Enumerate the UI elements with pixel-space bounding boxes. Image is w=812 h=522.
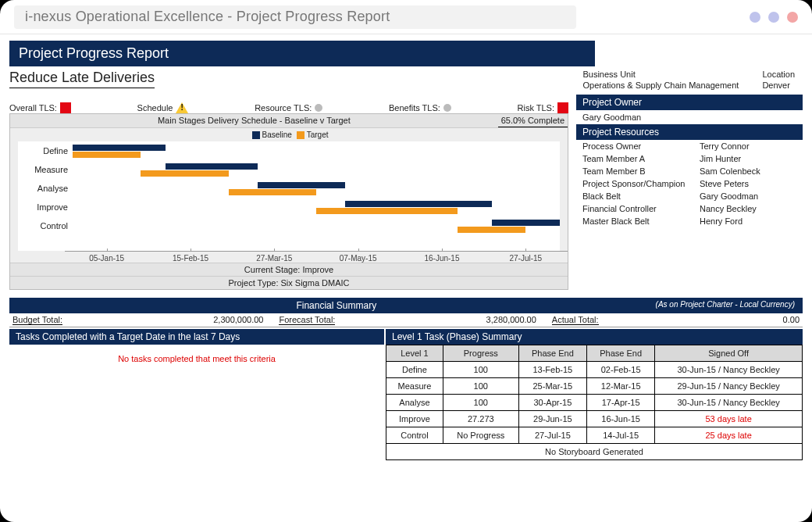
project-resources-header: Project Resources xyxy=(576,124,803,140)
budget-label: Budget Total: xyxy=(12,315,62,325)
phase-summary-table: Level 1ProgressPhase EndPhase EndSigned … xyxy=(386,345,803,460)
resource-role: Financial Controller xyxy=(582,204,700,213)
resource-row: Team Member AJim Hunter xyxy=(576,152,803,165)
overall-tls-label: Overall TLS: xyxy=(9,103,57,113)
business-unit-label: Business Unit xyxy=(582,70,739,80)
tasks-completed-header: Tasks Completed with a Target Date in th… xyxy=(9,329,384,345)
target-bar xyxy=(458,227,525,233)
financial-title: Financial Summary xyxy=(17,300,656,311)
resource-name: Sam Colenbeck xyxy=(700,166,760,176)
baseline-bar xyxy=(345,201,491,207)
legend-baseline-swatch xyxy=(252,131,260,139)
target-bar xyxy=(316,208,458,214)
business-unit-value: Operations & Supply Chain Management xyxy=(582,80,739,91)
current-stage: Current Stage: Improve xyxy=(10,263,568,276)
xaxis-tick: 27-Jul-15 xyxy=(484,252,568,263)
no-tasks-message: No tasks completed that meet this criter… xyxy=(9,345,384,373)
phase-row: Analyse10030-Apr-1517-Apr-1530-Jun-15 / … xyxy=(386,394,803,410)
legend-target-label: Target xyxy=(307,130,329,139)
resource-name: Steve Peters xyxy=(700,179,749,188)
resource-row: Process OwnerTerry Connor xyxy=(576,140,803,152)
xaxis-tick: 27-Mar-15 xyxy=(233,252,316,263)
risk-tls-label: Risk TLS: xyxy=(518,103,554,113)
baseline-bar xyxy=(258,182,345,188)
legend-baseline-label: Baseline xyxy=(262,130,292,139)
browser-bar: i-nexus Operational Excellence - Project… xyxy=(0,0,812,34)
resource-row: Black BeltGary Goodman xyxy=(576,190,803,202)
legend-target-swatch xyxy=(297,131,304,139)
sidebar: Project Owner Gary Goodman Project Resou… xyxy=(576,95,803,290)
resource-role: Project Sponsor/Champion xyxy=(582,179,700,188)
window-dot-2[interactable] xyxy=(768,12,779,23)
resource-name: Terry Connor xyxy=(700,141,750,151)
target-bar xyxy=(229,189,316,195)
risk-tls-icon xyxy=(557,102,568,113)
baseline-bar xyxy=(492,220,560,226)
chart-title: Main Stages Delivery Schedule - Baseline… xyxy=(10,114,498,127)
resource-row: Team Member BSam Colenbeck xyxy=(576,165,803,177)
gantt-row-label: Control xyxy=(18,221,73,231)
target-bar xyxy=(73,152,141,158)
percent-complete: 65.0% Complete xyxy=(498,114,568,127)
phase-col-header: Phase End xyxy=(518,345,586,361)
resource-row: Project Sponsor/ChampionSteve Peters xyxy=(576,177,803,190)
phase-summary-header: Level 1 Task (Phase) Summary xyxy=(386,329,803,345)
xaxis-tick: 15-Feb-15 xyxy=(148,252,232,263)
resource-role: Process Owner xyxy=(582,141,700,151)
budget-value: 2,300,000.00 xyxy=(62,315,279,325)
window-dot-3[interactable] xyxy=(787,12,798,23)
location-value: Denver xyxy=(762,80,795,91)
baseline-bar xyxy=(166,163,258,170)
resource-name: Henry Ford xyxy=(700,216,743,226)
gantt-row-label: Improve xyxy=(18,202,73,212)
resource-role: Black Belt xyxy=(582,191,700,201)
resource-role: Master Black Belt xyxy=(582,216,700,226)
phase-col-header: Level 1 xyxy=(386,345,443,361)
gantt-chart: Main Stages Delivery Schedule - Baseline… xyxy=(9,113,568,290)
project-type: Project Type: Six Sigma DMAIC xyxy=(10,276,568,289)
forecast-label: Forecast Total: xyxy=(279,315,335,325)
resource-row: Master Black BeltHenry Ford xyxy=(576,215,803,227)
project-header-row: Reduce Late Deliveries Business Unit Ope… xyxy=(9,70,803,91)
budget-row: Budget Total: 2,300,000.00 Forecast Tota… xyxy=(9,313,803,327)
phase-col-header: Signed Off xyxy=(655,345,803,361)
project-name: Reduce Late Deliveries xyxy=(9,70,155,88)
actual-label: Actual Total: xyxy=(552,315,599,325)
overall-tls-icon xyxy=(60,102,71,113)
financial-summary-bar: Financial Summary (As on Project Charter… xyxy=(9,298,803,313)
resource-tls-icon xyxy=(315,104,322,112)
schedule-warning-icon xyxy=(176,102,188,113)
project-meta: Business Unit Operations & Supply Chain … xyxy=(582,70,803,91)
resource-name: Nancy Beckley xyxy=(700,204,757,213)
actual-value: 0.00 xyxy=(599,315,800,325)
resource-name: Jim Hunter xyxy=(700,154,741,163)
app-window: i-nexus Operational Excellence - Project… xyxy=(0,0,812,522)
benefits-tls-label: Benefits TLS: xyxy=(389,103,440,113)
phase-col-header: Progress xyxy=(443,345,518,361)
gantt-row-label: Measure xyxy=(18,165,73,174)
url-bar[interactable]: i-nexus Operational Excellence - Project… xyxy=(14,5,576,29)
window-dots xyxy=(750,12,798,23)
phase-row: Measure10025-Mar-1512-Mar-1529-Jun-15 / … xyxy=(386,377,803,394)
location-label: Location xyxy=(762,70,795,80)
chart-legend: Baseline Target xyxy=(10,128,568,141)
report-content: Project Progress Report Reduce Late Deli… xyxy=(0,34,812,460)
phase-row: Improve27.27329-Jun-1516-Jun-1553 days l… xyxy=(386,410,803,427)
gantt-row-label: Define xyxy=(18,146,73,156)
baseline-bar xyxy=(73,145,166,151)
project-owner-value: Gary Goodman xyxy=(576,110,803,124)
resource-name: Gary Goodman xyxy=(700,191,758,201)
window-dot-1[interactable] xyxy=(750,12,760,23)
xaxis-tick: 05-Jan-15 xyxy=(65,252,148,263)
resource-tls-label: Resource TLS: xyxy=(255,103,312,113)
financial-note: (As on Project Charter - Local Currency) xyxy=(656,300,795,311)
tls-status-row: Overall TLS: Schedule Resource TLS: Bene… xyxy=(9,102,568,113)
report-banner: Project Progress Report xyxy=(9,41,595,66)
schedule-label: Schedule xyxy=(137,103,173,113)
resource-row: Financial ControllerNancy Beckley xyxy=(576,202,803,215)
xaxis-tick: 07-May-15 xyxy=(316,252,400,263)
phase-row: Define10013-Feb-1502-Feb-1530-Jun-15 / N… xyxy=(386,361,803,377)
target-bar xyxy=(141,170,228,177)
phase-col-header: Phase End xyxy=(587,345,655,361)
phase-footer-row: No Storyboard Generated xyxy=(386,443,803,459)
